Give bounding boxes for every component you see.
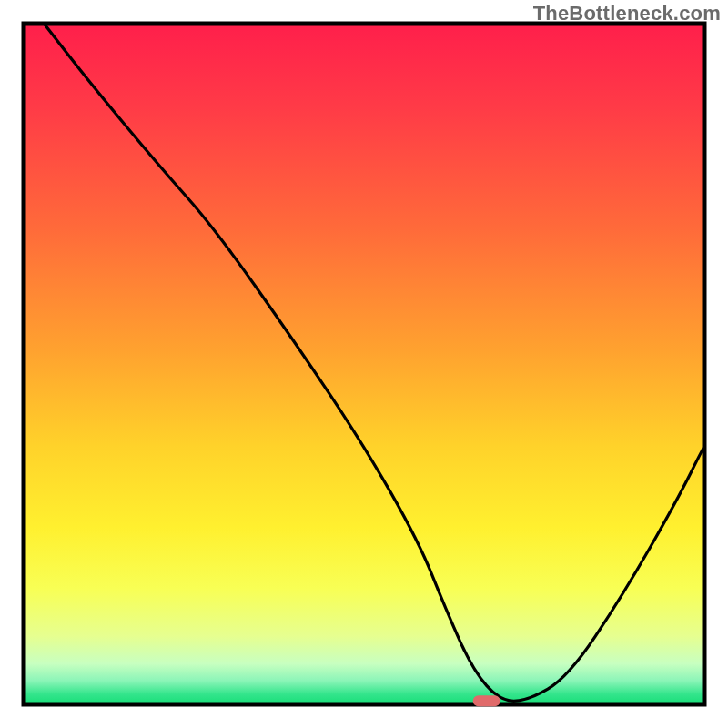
- watermark-text: TheBottleneck.com: [533, 2, 721, 25]
- chart-svg: [0, 0, 728, 728]
- marker-pill: [473, 695, 500, 706]
- chart-stage: TheBottleneck.com: [0, 0, 728, 728]
